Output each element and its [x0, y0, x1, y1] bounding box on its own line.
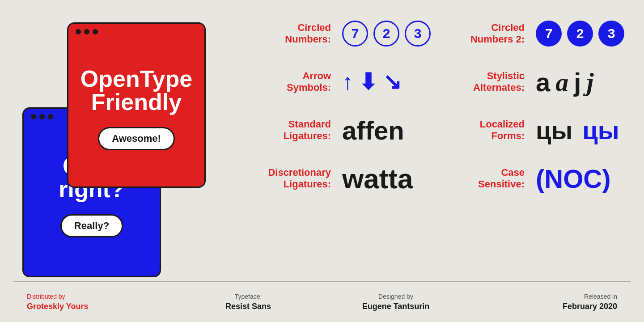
arrow-up-icon: ↑: [342, 71, 353, 93]
circle-7-outline: 7: [342, 21, 368, 47]
feature-row-arrow: ArrowSymbols: ↑ ⬇ ↘ StylisticAlternates:…: [255, 64, 624, 100]
feature-cell-circled-2: CircledNumbers 2: 7 2 3: [449, 21, 624, 47]
feature-cell-localized: LocalizedForms: цы цы: [449, 116, 624, 145]
discretionary-ligatures-text: watta: [342, 163, 413, 195]
browser-dot-4: [31, 114, 36, 119]
footer-typeface: Typeface: Resist Sans: [174, 293, 322, 311]
stylistic-alternates-value: a a j j: [536, 67, 594, 97]
browser-red-button[interactable]: Awesome!: [98, 127, 175, 150]
browser-red-titlebar: [68, 24, 204, 40]
standard-ligatures-text: affen: [342, 115, 404, 145]
arrow-symbols-label: ArrowSymbols:: [255, 70, 331, 94]
stylistic-a-alt: a: [555, 67, 568, 97]
browser-red: OpenType Friendly Awesome!: [67, 22, 206, 188]
cyrillic-blue: цы: [582, 116, 619, 145]
footer-designed-label: Designed by: [378, 293, 413, 300]
feature-cell-case: CaseSensitive: (NOC): [449, 164, 624, 194]
feature-cell-arrow: ArrowSymbols: ↑ ⬇ ↘: [255, 70, 431, 94]
case-sensitive-label: CaseSensitive:: [449, 167, 525, 191]
browser-dot-1: [76, 29, 81, 34]
footer-typeface-value: Resist Sans: [225, 302, 271, 311]
browser-dot-6: [48, 114, 53, 119]
stylistic-a-regular: a: [536, 67, 550, 97]
footer: Distributed by Groteskly Yours Typeface:…: [0, 282, 644, 322]
footer-distributed: Distributed by Groteskly Yours: [27, 293, 174, 311]
circled-numbers-label: CircledNumbers:: [255, 22, 331, 46]
footer-distributed-label: Distributed by: [27, 293, 65, 300]
circle-2-outline: 2: [373, 21, 399, 47]
circled-numbers-2-label: CircledNumbers 2:: [449, 22, 525, 46]
discretionary-ligatures-label: DiscretionaryLigatures:: [255, 167, 331, 191]
footer-released-label: Released in: [584, 293, 617, 300]
circle-3-filled: 3: [598, 21, 624, 47]
arrow-diagonal-icon: ↘: [383, 71, 402, 93]
feature-row-ligatures: StandardLigatures: affen LocalizedForms:…: [255, 112, 624, 148]
footer-released: Released in February 2020: [470, 293, 617, 311]
case-sensitive-value: (NOC): [536, 164, 611, 194]
circled-numbers-2-value: 7 2 3: [536, 21, 624, 47]
browser-red-title: OpenType Friendly: [77, 67, 195, 114]
feature-cell-disc-lig: DiscretionaryLigatures: watta: [255, 163, 431, 195]
stylistic-j-regular: j: [574, 67, 581, 97]
browser-blue-button[interactable]: Really?: [60, 214, 123, 237]
footer-designed-value: Eugene Tantsurin: [362, 302, 430, 311]
main-container: OpenType Friendly Awesome! Cool, right? …: [0, 0, 644, 322]
localized-forms-label: LocalizedForms:: [449, 119, 525, 142]
case-sensitive-text: (NOC): [536, 164, 611, 194]
stylistic-j-alt: j: [586, 67, 593, 97]
circle-7-filled: 7: [536, 21, 562, 47]
arrow-symbols-value: ↑ ⬇ ↘: [342, 71, 402, 93]
left-section: OpenType Friendly Awesome! Cool, right? …: [13, 13, 233, 291]
circle-3-outline: 3: [405, 21, 431, 47]
footer-released-value: February 2020: [563, 302, 617, 311]
browser-red-content: OpenType Friendly Awesome!: [68, 40, 204, 186]
browser-dot-2: [84, 29, 89, 34]
feature-row-disc: DiscretionaryLigatures: watta CaseSensit…: [255, 161, 624, 196]
standard-ligatures-label: StandardLigatures:: [255, 119, 331, 142]
stylistic-alternates-label: StylisticAlternates:: [449, 70, 525, 94]
footer-designed: Designed by Eugene Tantsurin: [322, 293, 470, 311]
footer-distributed-value: Groteskly Yours: [27, 302, 88, 311]
standard-ligatures-value: affen: [342, 115, 404, 145]
circled-numbers-value: 7 2 3: [342, 21, 431, 47]
feature-cell-standard-lig: StandardLigatures: affen: [255, 115, 431, 145]
right-section: CircledNumbers: 7 2 3 CircledNumbers 2: …: [233, 0, 644, 322]
cyrillic-black: цы: [536, 116, 572, 145]
discretionary-ligatures-value: watta: [342, 163, 413, 195]
localized-forms-value: цы цы: [536, 116, 619, 145]
browser-dot-3: [93, 29, 98, 34]
browser-dot-5: [39, 114, 45, 119]
arrow-down-circle-icon: ⬇: [359, 71, 377, 93]
circle-2-filled: 2: [567, 21, 593, 47]
feature-cell-stylistic: StylisticAlternates: a a j j: [449, 67, 624, 97]
footer-typeface-label: Typeface:: [235, 293, 262, 300]
feature-cell-circled-1: CircledNumbers: 7 2 3: [255, 21, 431, 47]
feature-row-circled: CircledNumbers: 7 2 3 CircledNumbers 2: …: [255, 16, 624, 51]
